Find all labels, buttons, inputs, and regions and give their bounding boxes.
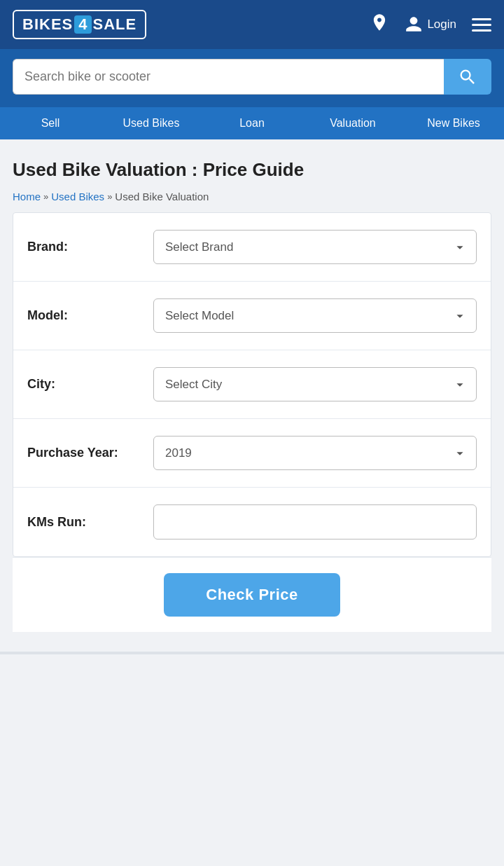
breadcrumb-current: Used Bike Valuation bbox=[115, 191, 209, 202]
kms-row: KMs Run: bbox=[13, 488, 491, 556]
logo-number: 4 bbox=[74, 15, 91, 34]
location-icon[interactable] bbox=[370, 13, 389, 37]
nav-item-sell[interactable]: Sell bbox=[0, 107, 101, 139]
check-price-row: Check Price bbox=[13, 557, 491, 632]
breadcrumb-used-bikes[interactable]: Used Bikes bbox=[51, 191, 104, 202]
page-content: Used Bike Valuation : Price Guide Home »… bbox=[0, 139, 504, 645]
kms-input[interactable] bbox=[153, 504, 477, 539]
login-label: Login bbox=[427, 18, 456, 32]
main-nav: Sell Used Bikes Loan Valuation New Bikes bbox=[0, 107, 504, 139]
model-select[interactable]: Select Model bbox=[153, 298, 477, 333]
nav-item-used-bikes[interactable]: Used Bikes bbox=[101, 107, 202, 139]
breadcrumb-sep-1: » bbox=[43, 191, 48, 202]
nav-item-valuation[interactable]: Valuation bbox=[302, 107, 403, 139]
search-input[interactable] bbox=[13, 59, 444, 95]
breadcrumb-home[interactable]: Home bbox=[13, 191, 41, 202]
search-icon bbox=[458, 67, 477, 87]
search-button[interactable] bbox=[444, 59, 491, 95]
city-label: City: bbox=[27, 377, 153, 392]
nav-item-new-bikes[interactable]: New Bikes bbox=[403, 107, 504, 139]
valuation-form: Brand: Select Brand Model: Select Model … bbox=[13, 212, 491, 557]
brand-label: Brand: bbox=[27, 240, 153, 254]
page-title: Used Bike Valuation : Price Guide bbox=[13, 159, 491, 181]
breadcrumb: Home » Used Bikes » Used Bike Valuation bbox=[13, 191, 491, 202]
header: BIKES 4 SALE Login bbox=[0, 0, 504, 49]
year-select[interactable]: 2019 2018 2020 2021 2022 bbox=[153, 436, 477, 470]
brand-select[interactable]: Select Brand bbox=[153, 230, 477, 264]
header-actions: Login bbox=[370, 13, 491, 37]
menu-icon[interactable] bbox=[472, 18, 491, 32]
nav-item-loan[interactable]: Loan bbox=[202, 107, 302, 139]
search-bar bbox=[0, 49, 504, 107]
year-row: Purchase Year: 2019 2018 2020 2021 2022 bbox=[13, 419, 491, 488]
breadcrumb-sep-2: » bbox=[107, 191, 112, 202]
login-button[interactable]: Login bbox=[405, 15, 456, 34]
brand-row: Brand: Select Brand bbox=[13, 213, 491, 282]
model-label: Model: bbox=[27, 308, 153, 323]
model-row: Model: Select Model bbox=[13, 282, 491, 350]
kms-label: KMs Run: bbox=[27, 515, 153, 530]
logo-suffix: SALE bbox=[93, 15, 137, 34]
city-row: City: Select City bbox=[13, 350, 491, 419]
logo-prefix: BIKES bbox=[22, 15, 73, 34]
logo[interactable]: BIKES 4 SALE bbox=[13, 10, 146, 39]
year-label: Purchase Year: bbox=[27, 446, 153, 460]
footer-divider bbox=[0, 652, 504, 654]
check-price-button[interactable]: Check Price bbox=[164, 573, 340, 617]
city-select[interactable]: Select City bbox=[153, 367, 477, 401]
